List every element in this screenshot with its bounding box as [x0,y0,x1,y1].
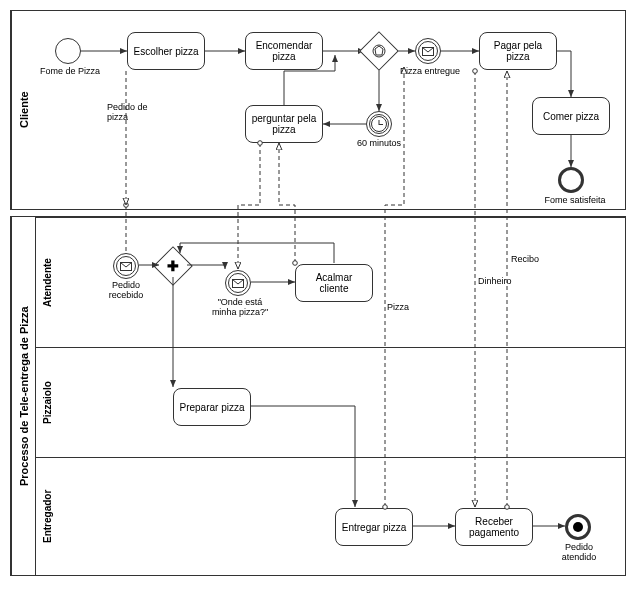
task-entregar: Entregar pizza [335,508,413,546]
lane-label-atendente: Atendente [35,218,59,347]
start-event-fome [55,38,81,64]
lane-label-pizzaiolo: Pizzaiolo [35,348,59,457]
lane-entregador: Entregar pizza Receber pagamento Pedido … [59,458,625,575]
pool-tele-entrega: Processo de Tele-entrega de Pizza [10,216,626,576]
end-event-atendido-label: Pedido atendido [549,543,609,563]
pool-label-cliente: Cliente [11,11,35,209]
terminate-icon [573,522,583,532]
pool-cliente: Cliente [10,10,626,210]
task-pagar: Pagar pela pizza [479,32,557,70]
event-pizza-entregue [415,38,441,64]
event-entregue-label: Pizza entregue [395,67,465,77]
end-event-pedido-atendido [565,514,591,540]
task-receber: Receber pagamento [455,508,533,546]
lane-pizzaiolo: Preparar pizza [59,348,625,457]
event-onde-esta [225,270,251,296]
event-timer [366,111,392,137]
envelope-icon [416,39,440,63]
msg-pedido-label: Pedido de pizza [107,103,163,123]
plus-icon: ✚ [160,253,186,279]
lane-label-entregador: Entregador [35,458,59,575]
svg-marker-2 [375,46,383,55]
gateway-event [359,31,399,71]
pool-label-tele: Processo de Tele-entrega de Pizza [11,217,35,575]
task-encomendar: Encomendar pizza [245,32,323,70]
lane-atendente: Pedido recebido ✚ "Onde está minha pizza… [59,218,625,347]
gateway-parallel: ✚ [153,246,193,286]
end-event-fome-satisfeita [558,167,584,193]
event-timer-label: 60 minutos [349,139,409,149]
clock-icon [371,116,387,132]
task-perguntar: perguntar pela pizza [245,105,323,143]
event-pedido-recebido [113,253,139,279]
envelope-icon [114,254,138,278]
end-event-label: Fome satisfeita [535,196,615,206]
task-acalmar: Acalmar cliente [295,264,373,302]
task-preparar: Preparar pizza [173,388,251,426]
start-event-label: Fome de Pizza [35,67,105,77]
lane-cliente-body: Fome de Pizza Escolher pizza Encomendar … [35,11,625,209]
event-onde-label: "Onde está minha pizza?" [203,298,277,318]
event-recebido-label: Pedido recebido [99,281,153,301]
task-comer: Comer pizza [532,97,610,135]
envelope-icon [226,271,250,295]
task-escolher: Escolher pizza [127,32,205,70]
